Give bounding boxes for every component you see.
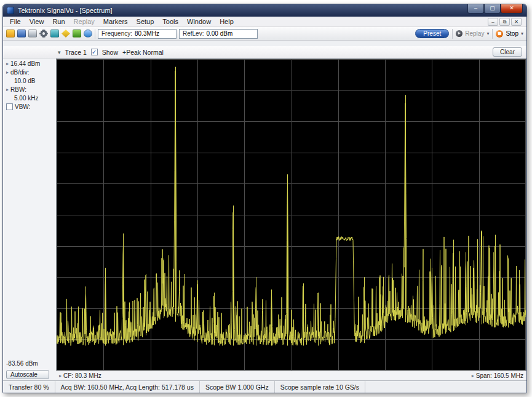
plot-footer: ▸ CF: 80.3 MHz ▸ Span: 160.5 MHz — [56, 371, 526, 380]
db-per-div-control[interactable]: ▸ dB/div: — [6, 69, 54, 76]
toolbar-separator — [492, 29, 493, 39]
mdi-close-button[interactable]: ✕ — [511, 18, 522, 26]
sample-rate-status: Scope sample rate 10 GS/s — [275, 381, 365, 393]
stop-button[interactable]: Stop ▾ — [496, 30, 523, 38]
rbw-control[interactable]: ▸ RBW: — [6, 86, 54, 93]
trace-selector[interactable]: Trace 1 — [65, 49, 87, 56]
rbw-label: RBW: — [10, 86, 26, 93]
left-settings-panel: ▸ 16.44 dBm ▸ dB/div: 10.0 dB ▸ RBW: 5.0… — [3, 58, 56, 380]
menu-item-tools[interactable]: Tools — [158, 17, 183, 26]
span-control[interactable]: ▸ Span: 160.5 MHz — [472, 372, 523, 379]
stop-icon — [496, 30, 503, 38]
vbw-checkbox[interactable] — [6, 103, 13, 110]
window-controls: – ▢ ✕ — [467, 4, 523, 14]
toolbar-right: Preset Replay ▾ Stop ▾ — [415, 29, 523, 39]
titlebar: Tektronix SignalVu - [Spectrum] – ▢ ✕ — [3, 4, 526, 17]
stop-dropdown-icon[interactable]: ▾ — [521, 31, 523, 36]
expander-icon: ▸ — [6, 61, 9, 66]
clear-button[interactable]: Clear — [493, 47, 522, 57]
replay-label: Replay — [465, 30, 484, 37]
app-window: Tektronix SignalVu - [Spectrum] – ▢ ✕ Fi… — [2, 4, 527, 393]
vbw-control[interactable]: VBW: — [6, 103, 54, 110]
save-icon[interactable] — [17, 30, 26, 38]
reflev-value: 0.00 dBm — [206, 30, 232, 37]
settings-gear-icon[interactable] — [39, 30, 48, 38]
replay-icon — [456, 30, 463, 37]
toolbar-separator — [95, 29, 95, 39]
expander-icon: ▸ — [59, 373, 62, 379]
minimize-button[interactable]: – — [467, 4, 484, 14]
center-frequency-control[interactable]: ▸ CF: 80.3 MHz — [59, 372, 101, 379]
menu-item-window[interactable]: Window — [183, 17, 215, 26]
stop-label: Stop — [506, 30, 518, 37]
rbw-value: 5.00 kHz — [14, 95, 38, 102]
bottom-reflevel-value: -83.56 dBm — [6, 360, 38, 367]
mdi-restore-button[interactable]: ⧉ — [499, 18, 510, 26]
show-label: Show — [102, 49, 118, 56]
mdi-minimize-button[interactable]: – — [488, 18, 498, 26]
menu-item-markers[interactable]: Markers — [99, 17, 132, 26]
replay-button[interactable]: Replay ▾ — [456, 30, 489, 37]
plot-column: ▸ CF: 80.3 MHz ▸ Span: 160.5 MHz — [56, 58, 526, 380]
expander-icon: ▸ — [472, 373, 474, 379]
window-title: Tektronix SignalVu - [Spectrum] — [18, 7, 113, 14]
statusbar: Transfer 80 % Acq BW: 160.50 MHz, Acq Le… — [3, 380, 526, 393]
menu-item-setup[interactable]: Setup — [132, 17, 159, 26]
preset-button[interactable]: Preset — [415, 29, 449, 38]
marker-icon[interactable] — [62, 30, 70, 38]
center-frequency-value: CF: 80.3 MHz — [63, 372, 101, 379]
toolbar: Frequency: 80.3MHz RefLev: 0.00 dBm Pres… — [3, 27, 526, 41]
print-icon[interactable] — [28, 30, 37, 38]
vbw-label: VBW: — [15, 103, 30, 110]
menu-item-replay[interactable]: Replay — [69, 17, 99, 26]
close-button[interactable]: ✕ — [501, 4, 523, 14]
span-value: Span: 160.5 MHz — [476, 372, 523, 379]
main-area: ▸ 16.44 dBm ▸ dB/div: 10.0 dB ▸ RBW: 5.0… — [3, 58, 526, 380]
open-file-icon[interactable] — [6, 30, 15, 38]
spectrum-canvas[interactable] — [57, 59, 526, 371]
transfer-status: Transfer 80 % — [3, 381, 55, 393]
menu-item-file[interactable]: File — [6, 17, 25, 26]
frequency-field[interactable]: Frequency: 80.3MHz — [98, 29, 177, 39]
toolbar-separator — [452, 29, 453, 39]
trigger-icon[interactable] — [73, 30, 81, 38]
expander-icon: ▸ — [6, 70, 9, 75]
replay-dropdown-icon[interactable]: ▾ — [486, 31, 489, 36]
displays-icon[interactable] — [50, 30, 59, 38]
menu-item-run[interactable]: Run — [48, 17, 69, 26]
db-per-div-value: 10.0 dB — [14, 78, 35, 84]
menu-item-help[interactable]: Help — [215, 17, 238, 26]
mdi-controls: – ⧉ ✕ — [488, 18, 524, 26]
statusbar-filler — [365, 381, 526, 393]
autoscale-button[interactable]: Autoscale — [6, 370, 49, 379]
rbw-value-row[interactable]: 5.00 kHz — [6, 95, 54, 102]
reflev-field[interactable]: RefLev: 0.00 dBm — [179, 29, 258, 39]
db-per-div-label: dB/div: — [10, 69, 30, 76]
frequency-label: Frequency: — [101, 30, 132, 37]
spectrum-plot — [56, 58, 526, 371]
reflev-label: RefLev: — [183, 30, 204, 37]
bottom-reflevel-row: -83.56 dBm — [6, 360, 54, 367]
acquisition-status: Acq BW: 160.50 MHz, Acq Length: 517.178 … — [55, 381, 200, 393]
maximize-button[interactable]: ▢ — [484, 4, 501, 14]
app-icon — [7, 7, 14, 14]
acquire-icon[interactable] — [84, 30, 92, 38]
detection-mode[interactable]: +Peak Normal — [122, 49, 164, 56]
scope-bw-status: Scope BW 1.000 GHz — [200, 381, 275, 393]
menu-item-view[interactable]: View — [25, 17, 49, 26]
frequency-value: 80.3MHz — [135, 30, 159, 37]
show-checkbox[interactable]: ✓ — [91, 49, 98, 55]
db-per-div-value-row[interactable]: 10.0 dB — [6, 78, 54, 84]
expander-icon: ▸ — [6, 87, 9, 92]
top-reflevel-value: 16.44 dBm — [10, 60, 40, 67]
top-reflevel-control[interactable]: ▸ 16.44 dBm — [6, 60, 54, 67]
menubar: File View Run Replay Markers Setup Tools… — [3, 17, 526, 27]
toolbar-spacer — [3, 41, 526, 46]
trace-collapse-icon[interactable]: ▾ — [58, 49, 61, 55]
trace-settings-bar: ▾ Trace 1 ✓ Show +Peak Normal Clear — [3, 46, 526, 58]
